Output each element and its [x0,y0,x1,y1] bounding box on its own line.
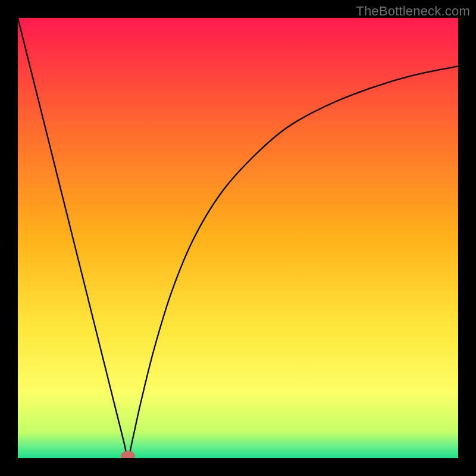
watermark-text: TheBottleneck.com [356,4,470,19]
chart-frame: TheBottleneck.com [0,0,476,476]
bottleneck-chart [18,18,458,458]
gradient-background [18,18,458,458]
plot-area [18,18,458,458]
